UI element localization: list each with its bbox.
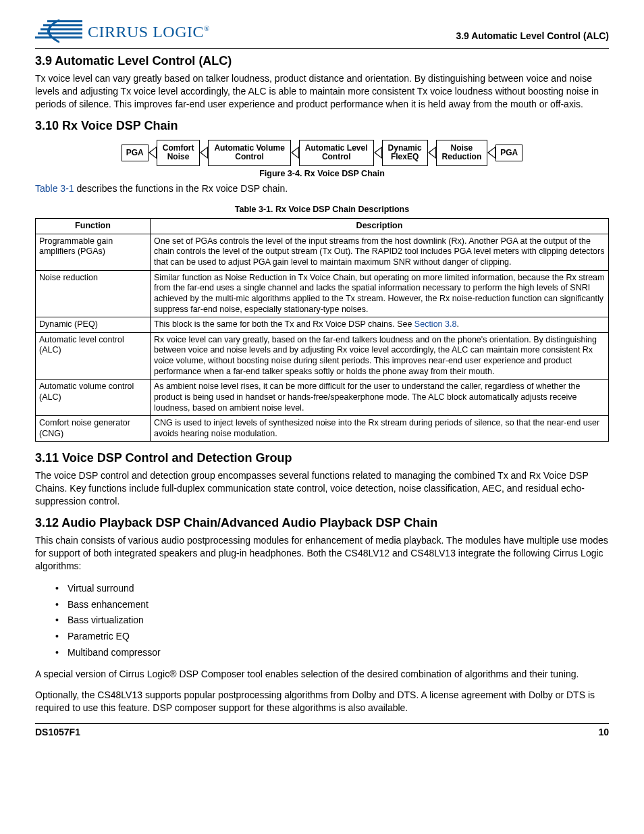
arrow-left-icon — [200, 147, 208, 159]
arrow-left-icon — [374, 147, 382, 159]
cell-function: Programmable gain amplifiers (PGAs) — [36, 234, 151, 270]
table-row: Dynamic (PEQ)This block is the same for … — [36, 317, 609, 333]
list-item: Bass virtualization — [68, 613, 609, 629]
page-number: 10 — [598, 727, 609, 737]
arrow-left-icon — [428, 147, 436, 159]
company-logo: CIRRUS LOGIC® — [35, 19, 210, 45]
rx-voice-dsp-table: Function Description Programmable gain a… — [35, 218, 609, 442]
algorithm-list: Virtual surroundBass enhancementBass vir… — [35, 581, 609, 661]
chain-block-comfort-noise: ComfortNoise — [157, 140, 200, 167]
th-description: Description — [151, 219, 609, 234]
section-3-12-p2: A special version of Cirrus Logic® DSP C… — [35, 668, 609, 681]
table-row: Automatic level control (ALC)Rx voice le… — [36, 332, 609, 380]
company-name: CIRRUS LOGIC® — [88, 23, 210, 41]
chain-block-noise-reduction: NoiseReduction — [436, 140, 488, 167]
section-3-9-title: 3.9 Automatic Level Control (ALC) — [35, 54, 609, 68]
arrow-left-icon — [149, 147, 157, 159]
list-item: Virtual surround — [68, 581, 609, 597]
doc-number: DS1057F1 — [35, 727, 80, 737]
svg-rect-0 — [47, 20, 82, 22]
cell-function: Noise reduction — [36, 270, 151, 317]
section-3-10-title: 3.10 Rx Voice DSP Chain — [35, 119, 609, 133]
cell-description: One set of PGAs controls the level of th… — [151, 234, 609, 270]
cell-description: As ambient noise level rises, it can be … — [151, 380, 609, 416]
section-3-9-body: Tx voice level can vary greatly based on… — [35, 72, 609, 111]
svg-rect-3 — [38, 32, 82, 34]
cell-description: This block is the same for both the Tx a… — [151, 317, 609, 333]
arrow-left-icon — [291, 147, 299, 159]
chain-block-pga-out: PGA — [122, 145, 149, 162]
page-header: CIRRUS LOGIC® 3.9 Automatic Level Contro… — [35, 19, 609, 45]
cell-description: Similar function as Noise Reduction in T… — [151, 270, 609, 317]
cell-description: CNG is used to inject levels of synthesi… — [151, 416, 609, 442]
page-footer: DS1057F1 10 — [35, 727, 609, 737]
table-intro-text: describes the functions in the Rx voice … — [74, 183, 288, 194]
cell-function: Automatic level control (ALC) — [36, 332, 151, 380]
table-row: Noise reductionSimilar function as Noise… — [36, 270, 609, 317]
table-caption: Table 3-1. Rx Voice DSP Chain Descriptio… — [35, 205, 609, 214]
svg-rect-4 — [35, 36, 82, 38]
section-3-12-p3: Optionally, the CS48LV13 supports popula… — [35, 689, 609, 714]
header-rule — [35, 48, 609, 49]
th-function: Function — [36, 219, 151, 234]
cell-function: Automatic volume control (ALC) — [36, 380, 151, 416]
table-intro: Table 3-1 describes the functions in the… — [35, 182, 609, 195]
list-item: Bass enhancement — [68, 597, 609, 613]
section-3-12-title: 3.12 Audio Playback DSP Chain/Advanced A… — [35, 516, 609, 530]
list-item: Parametric EQ — [68, 629, 609, 645]
list-item: Multiband compressor — [68, 645, 609, 661]
table-row: Automatic volume control (ALC)As ambient… — [36, 380, 609, 416]
svg-rect-2 — [41, 28, 82, 30]
section-3-11-title: 3.11 Voice DSP Control and Detection Gro… — [35, 451, 609, 465]
figure-caption: Figure 3-4. Rx Voice DSP Chain — [35, 169, 609, 178]
chain-block-pga-in: PGA — [495, 145, 522, 162]
table-row: Programmable gain amplifiers (PGAs)One s… — [36, 234, 609, 270]
footer-rule — [35, 723, 609, 724]
chain-block-alc: Automatic LevelControl — [299, 140, 374, 167]
section-3-11-body: The voice DSP control and detection grou… — [35, 469, 609, 508]
table-3-1-link[interactable]: Table 3-1 — [35, 183, 74, 194]
section-3-12-p1: This chain consists of various audio pos… — [35, 534, 609, 573]
cell-function: Dynamic (PEQ) — [36, 317, 151, 333]
chain-block-flexeq: DynamicFlexEQ — [382, 140, 428, 167]
arrow-left-icon — [487, 147, 495, 159]
dsp-chain-diagram: PGA ComfortNoise Automatic VolumeControl… — [35, 140, 609, 167]
table-row: Comfort noise generator (CNG)CNG is used… — [36, 416, 609, 442]
logo-icon — [35, 19, 84, 45]
svg-rect-1 — [43, 24, 82, 26]
cell-function: Comfort noise generator (CNG) — [36, 416, 151, 442]
header-section-ref: 3.9 Automatic Level Control (ALC) — [456, 30, 609, 41]
section-link[interactable]: Section 3.8 — [414, 319, 457, 329]
cell-description: Rx voice level can vary greatly, based o… — [151, 332, 609, 380]
chain-block-avc: Automatic VolumeControl — [208, 140, 290, 167]
